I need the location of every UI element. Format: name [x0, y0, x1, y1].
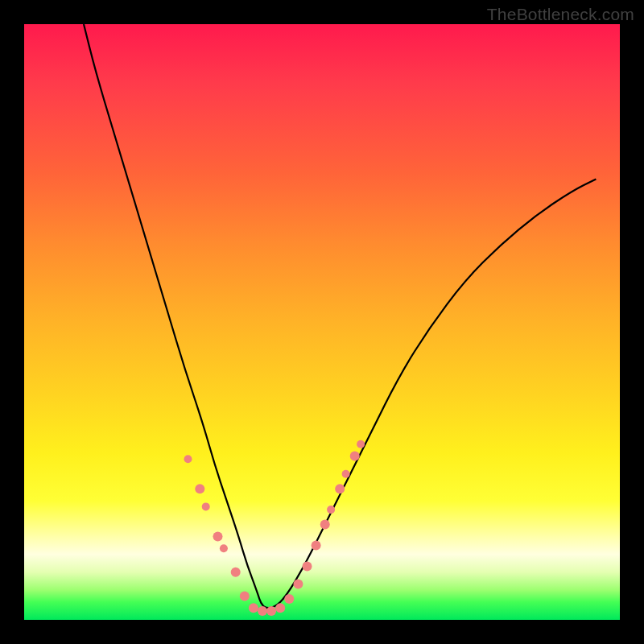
marker-dot: [303, 561, 312, 571]
marker-dot: [293, 580, 303, 589]
marker-dot: [231, 568, 241, 577]
chart-svg: [24, 24, 620, 620]
marker-dot: [350, 452, 360, 461]
chart-frame: TheBottleneck.com: [0, 0, 644, 644]
marker-dot: [220, 544, 228, 552]
marker-dot: [335, 484, 345, 493]
marker-dot: [275, 603, 285, 613]
marker-dot: [284, 594, 294, 604]
marker-dot: [342, 470, 350, 478]
marker-dot: [195, 484, 204, 493]
marker-dot: [184, 455, 192, 463]
marker-dot: [213, 531, 223, 541]
watermark-text: TheBottleneck.com: [487, 5, 634, 24]
marker-dot: [258, 606, 267, 616]
marker-dot: [357, 440, 365, 448]
marker-dot: [249, 603, 258, 613]
marker-dot: [240, 591, 250, 601]
bottleneck-curve: [84, 24, 596, 608]
marker-dot: [312, 541, 321, 551]
marker-group: [184, 440, 365, 616]
marker-dot: [320, 520, 330, 530]
marker-dot: [327, 506, 335, 514]
marker-dot: [202, 502, 210, 510]
plot-area: [24, 24, 620, 620]
marker-dot: [266, 606, 276, 616]
